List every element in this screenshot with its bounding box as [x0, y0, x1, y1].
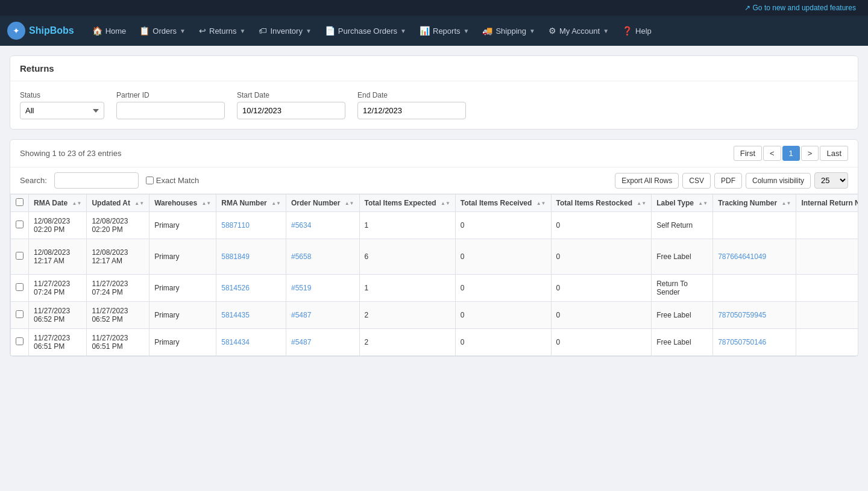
- cell-label-type: Return To Sender: [652, 275, 713, 302]
- nav-my-account[interactable]: ⚙ My Account ▼: [542, 21, 615, 40]
- csv-btn[interactable]: CSV: [682, 173, 711, 189]
- nav-help[interactable]: ❓ Help: [616, 21, 658, 40]
- cell-tracking-number: [713, 212, 796, 239]
- col-label-type[interactable]: Label Type ▲▼: [652, 195, 713, 212]
- cell-order-number[interactable]: #5519: [286, 275, 359, 302]
- row-checkbox[interactable]: [16, 220, 24, 228]
- col-total-items-received[interactable]: Total Items Received ▲▼: [455, 195, 551, 212]
- order-number-link[interactable]: #5634: [291, 221, 311, 230]
- nav-home[interactable]: 🏠 Home: [86, 21, 133, 40]
- col-total-items-restocked[interactable]: Total Items Restocked ▲▼: [551, 195, 652, 212]
- nav-inventory[interactable]: 🏷 Inventory ▼: [253, 21, 317, 40]
- row-checkbox-cell[interactable]: [11, 302, 29, 329]
- exact-match-label[interactable]: Exact Match: [146, 176, 200, 185]
- cell-order-number[interactable]: #5487: [286, 302, 359, 329]
- order-number-link[interactable]: #5487: [291, 311, 311, 319]
- cell-rma-number[interactable]: 5814434: [216, 329, 286, 356]
- nav-reports[interactable]: 📊 Reports ▼: [414, 21, 475, 40]
- nav-purchase-orders[interactable]: 📄 Purchase Orders ▼: [319, 21, 412, 40]
- nav-shipping[interactable]: 🚚 Shipping ▼: [476, 21, 541, 40]
- page-next-btn[interactable]: >: [801, 146, 819, 161]
- rma-number-link[interactable]: 5887110: [221, 221, 250, 230]
- table-card: Showing 1 to 23 of 23 entries First < 1 …: [10, 139, 858, 357]
- orders-chevron: ▼: [180, 28, 186, 34]
- row-checkbox-cell[interactable]: [11, 239, 29, 275]
- col-updated-at[interactable]: Updated At ▲▼: [87, 195, 149, 212]
- row-checkbox-cell[interactable]: [11, 275, 29, 302]
- per-page-select[interactable]: 25 50 100: [814, 172, 848, 189]
- cell-warehouses: Primary: [149, 212, 216, 239]
- rma-number-link[interactable]: 5881849: [221, 252, 250, 261]
- col-rma-number[interactable]: RMA Number ▲▼: [216, 195, 286, 212]
- shipping-chevron: ▼: [529, 28, 535, 34]
- col-tracking-number[interactable]: Tracking Number ▲▼: [713, 195, 796, 212]
- end-date-input[interactable]: [357, 102, 466, 119]
- returns-filter-card: Returns Status All Pending Processing Co…: [10, 55, 858, 130]
- cell-rma-date: 12/08/2023 12:17 AM: [29, 239, 87, 275]
- col-internal-return-note[interactable]: Internal Return Note ▲▼: [796, 195, 858, 212]
- cell-tracking-number[interactable]: 787050759945: [713, 302, 796, 329]
- search-input[interactable]: [54, 172, 139, 189]
- row-checkbox[interactable]: [16, 252, 24, 260]
- select-all-checkbox[interactable]: [16, 198, 24, 206]
- exact-match-checkbox[interactable]: [146, 177, 154, 184]
- row-checkbox[interactable]: [16, 337, 24, 345]
- returns-table: RMA Date ▲▼ Updated At ▲▼ Warehouses ▲▼ …: [10, 194, 858, 356]
- column-visibility-btn[interactable]: Column visibility: [746, 173, 811, 189]
- row-checkbox-cell[interactable]: [11, 212, 29, 239]
- cell-rma-number[interactable]: 5814435: [216, 302, 286, 329]
- tracking-number-link[interactable]: 787050759945: [718, 311, 766, 319]
- order-number-link[interactable]: #5519: [291, 284, 311, 292]
- account-chevron: ▼: [603, 28, 609, 34]
- col-rma-date[interactable]: RMA Date ▲▼: [29, 195, 87, 212]
- col-total-items-expected[interactable]: Total Items Expected ▲▼: [359, 195, 455, 212]
- inventory-icon: 🏷: [259, 26, 267, 36]
- select-all-header[interactable]: [11, 195, 29, 212]
- cell-updated-at: 11/27/2023 07:24 PM: [87, 275, 149, 302]
- items-restocked-sort: ▲▼: [637, 201, 646, 206]
- tracking-number-link[interactable]: 787050750146: [718, 338, 766, 346]
- warehouses-sort: ▲▼: [201, 201, 211, 206]
- order-number-link[interactable]: #5487: [291, 338, 311, 346]
- home-icon: 🏠: [92, 26, 102, 36]
- rma-number-link[interactable]: 5814526: [221, 284, 250, 292]
- logo-text: ShipBobs: [29, 25, 74, 36]
- cell-order-number[interactable]: #5658: [286, 239, 359, 275]
- start-date-filter-group: Start Date: [237, 91, 345, 119]
- page-current-btn[interactable]: 1: [782, 146, 800, 161]
- row-checkbox[interactable]: [16, 283, 24, 291]
- items-received-sort: ▲▼: [536, 201, 546, 206]
- cell-rma-number[interactable]: 5881849: [216, 239, 286, 275]
- cell-tracking-number[interactable]: 787050750146: [713, 329, 796, 356]
- cell-order-number[interactable]: #5487: [286, 329, 359, 356]
- cell-total-items-expected: 2: [359, 329, 455, 356]
- pdf-btn[interactable]: PDF: [714, 173, 742, 189]
- col-warehouses[interactable]: Warehouses ▲▼: [149, 195, 216, 212]
- cell-rma-number[interactable]: 5814526: [216, 275, 286, 302]
- returns-chevron: ▼: [240, 28, 246, 34]
- nav-orders[interactable]: 📋 Orders ▼: [133, 21, 192, 40]
- col-order-number[interactable]: Order Number ▲▼: [286, 195, 359, 212]
- rma-number-link[interactable]: 5814435: [221, 311, 250, 319]
- cell-tracking-number[interactable]: 787664641049: [713, 239, 796, 275]
- new-features-link[interactable]: ↗ Go to new and updated features: [744, 4, 856, 12]
- cell-label-type: Free Label: [652, 302, 713, 329]
- cell-total-items-received: 0: [455, 329, 551, 356]
- partner-id-input[interactable]: [116, 102, 225, 119]
- order-number-link[interactable]: #5658: [291, 252, 311, 261]
- export-all-rows-btn[interactable]: Export All Rows: [615, 173, 679, 189]
- nav-returns[interactable]: ↩ Returns ▼: [193, 21, 251, 40]
- row-checkbox[interactable]: [16, 310, 24, 318]
- status-select[interactable]: All Pending Processing Completed Cancell…: [20, 102, 104, 119]
- page-first-btn[interactable]: First: [734, 146, 762, 161]
- items-expected-sort: ▲▼: [441, 201, 450, 206]
- page-prev-btn[interactable]: <: [763, 146, 781, 161]
- cell-order-number[interactable]: #5634: [286, 212, 359, 239]
- start-date-input[interactable]: [237, 102, 345, 119]
- logo[interactable]: ✦ ShipBobs: [7, 22, 74, 40]
- row-checkbox-cell[interactable]: [11, 329, 29, 356]
- rma-number-link[interactable]: 5814434: [221, 338, 250, 346]
- page-last-btn[interactable]: Last: [820, 146, 848, 161]
- cell-rma-number[interactable]: 5887110: [216, 212, 286, 239]
- tracking-number-link[interactable]: 787664641049: [718, 252, 766, 261]
